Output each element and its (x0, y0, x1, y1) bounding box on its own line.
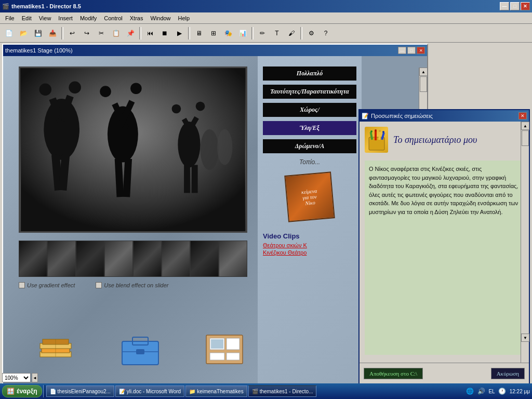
taskbar-language: EL (488, 389, 495, 394)
notes-scroll-down[interactable]: ▼ (521, 334, 529, 342)
nav-xoros[interactable]: Χώρος/ (263, 103, 356, 117)
checkbox-gradient-text: Use gradient effect (27, 282, 75, 288)
video-link-2[interactable]: Κινέζικου Θεάτρο (263, 249, 356, 256)
toolbar-redo[interactable]: ↪ (80, 26, 94, 40)
briefcase-icon[interactable] (119, 330, 161, 369)
toolbar-pencil[interactable]: ✏ (256, 26, 269, 40)
shadow-svg (20, 68, 246, 231)
menu-window[interactable]: Window (147, 14, 174, 22)
taskbar-item-3[interactable]: 📁 keimenaThematikes (185, 385, 247, 397)
toolbar-rewind[interactable]: ⏮ (143, 26, 157, 40)
title-bar-buttons: — □ ✕ (500, 2, 530, 10)
toolbar-prefs[interactable]: ⚙ (304, 26, 318, 40)
start-label: έναρξη (17, 388, 37, 395)
notes-header-title: Το σημειωματάριο μου (393, 135, 477, 145)
toolbar-play[interactable]: ▶ (172, 26, 186, 40)
nav-pollaplo[interactable]: Πολλαπλό (263, 66, 356, 81)
menu-view[interactable]: View (36, 14, 55, 22)
menu-help[interactable]: Help (175, 14, 193, 22)
checkbox-blend[interactable] (96, 282, 102, 288)
menu-xtras[interactable]: Xtras (127, 14, 147, 22)
stage-close-button[interactable]: ✕ (417, 47, 425, 54)
toolbar-sep3 (188, 27, 190, 39)
toolbar-new[interactable]: 📄 (2, 26, 16, 40)
scroll-up-button[interactable]: ▲ (419, 68, 427, 76)
taskbar-item-1[interactable]: 📄 thesisEleniPanagou2... (46, 385, 114, 397)
stage-maximize-button[interactable]: □ (407, 47, 416, 54)
menu-edit[interactable]: Edit (19, 14, 35, 22)
svg-point-1 (44, 99, 79, 160)
taskbar-item-2[interactable]: 📝 yli.doc - Microsoft Word (115, 385, 184, 397)
notes-scroll-up[interactable]: ▲ (521, 122, 529, 130)
film-frame-8 (219, 241, 247, 277)
video-clips-section: Video Clips Θεάτρου σκιών Κ Κινέζικου Θε… (263, 232, 356, 257)
toolbar-import[interactable]: 📥 (46, 26, 59, 40)
toolbar-open[interactable]: 📂 (17, 26, 30, 40)
toolbar-copy[interactable]: 📋 (109, 26, 123, 40)
toolbar-save[interactable]: 💾 (31, 26, 45, 40)
title-bar-left: 🎬 thematikes1 - Director 8.5 (2, 3, 81, 10)
notes-save-button[interactable]: Αποθήκευση στο C:\ (364, 368, 423, 379)
nav-tautotites[interactable]: Ταυτότητες/Παραστατικότητα (263, 85, 356, 99)
svg-point-18 (172, 104, 181, 114)
zoom-select[interactable]: 100% 75% 50% 150% (2, 373, 31, 382)
taskbar-item-4[interactable]: 🎬 thematikes1 - Directo... (248, 385, 317, 397)
toolbar-help[interactable]: ? (319, 26, 332, 40)
menu-insert[interactable]: Insert (55, 14, 76, 22)
taskbar-sep (43, 385, 45, 397)
toolbar-paste[interactable]: 📌 (124, 26, 137, 40)
toolbar-score[interactable]: 📊 (236, 26, 249, 40)
svg-point-22 (201, 129, 219, 170)
nav-yli[interactable]: Ύλη/Εξ (263, 121, 356, 135)
zoom-scroll-left[interactable]: ◄ (32, 373, 38, 382)
notes-close-button[interactable]: ✕ (518, 112, 527, 119)
notes-cancel-button[interactable]: Ακύρωση (491, 368, 525, 379)
notes-title: Προσωπικές σημειώσεις (371, 113, 433, 119)
video-link-1[interactable]: Θεάτρου σκιών Κ (263, 242, 356, 248)
film-frame-5 (133, 241, 162, 277)
maximize-button[interactable]: □ (510, 2, 520, 10)
menu-control[interactable]: Control (101, 14, 125, 22)
toolbar-stage[interactable]: 🖥 (192, 26, 206, 40)
taskbar: 🪟 έναρξη 📄 thesisEleniPanagou2... 📝 yli.… (0, 383, 532, 399)
close-button[interactable]: ✕ (521, 2, 530, 10)
taskbar-label-2: yli.doc - Microsoft Word (127, 389, 181, 394)
menu-file[interactable]: File (2, 14, 18, 22)
start-button[interactable]: 🪟 έναρξη (2, 385, 42, 397)
toolbar-grid[interactable]: ⊞ (207, 26, 220, 40)
toolbar-paint[interactable]: 🖌 (285, 26, 298, 40)
toolbar-undo[interactable]: ↩ (65, 26, 79, 40)
film-frame-1 (19, 241, 47, 277)
svg-point-5 (69, 82, 81, 94)
keimena-book[interactable]: κείμενα για τον Νίκο (284, 171, 335, 222)
nav-dromeno[interactable]: Δρώμενο/Α (263, 139, 356, 153)
minimize-button[interactable]: — (500, 2, 509, 10)
svg-rect-35 (211, 339, 223, 349)
stage-minimize-button[interactable]: — (398, 47, 406, 54)
film-frame-2 (47, 241, 76, 277)
svg-rect-32 (136, 349, 144, 354)
notes-body[interactable]: Ο Νίκος αναφέρεται στις Κινέζικες σκιές,… (365, 161, 524, 355)
toolbar-cut[interactable]: ✂ (95, 26, 108, 40)
svg-rect-21 (192, 165, 198, 193)
scroll-thumb[interactable] (420, 76, 427, 92)
toolbar-text[interactable]: T (270, 26, 284, 40)
photo-area (19, 66, 247, 233)
toolbar-cast[interactable]: 🎭 (221, 26, 235, 40)
book-stack-icon[interactable] (35, 330, 76, 369)
right-panel: Πολλαπλό Ταυτότητες/Παραστατικότητα Χώρο… (258, 56, 362, 385)
toolbar-sep2 (139, 27, 141, 39)
nav-topio[interactable]: Τοπίο... (263, 157, 356, 167)
notes-scrollbar: ▲ ▼ (521, 122, 529, 363)
checkbox-gradient[interactable] (19, 282, 25, 288)
taskbar-label-3: keimenaThematikes (197, 389, 243, 394)
taskbar-network-icon: 🌐 (466, 387, 474, 395)
svg-point-50 (375, 129, 377, 131)
menu-modify[interactable]: Modify (77, 14, 100, 22)
toolbar-stop[interactable]: ⏹ (158, 26, 171, 40)
filmstrip (19, 241, 247, 277)
film-frame-7 (190, 241, 219, 277)
photo-album-icon[interactable] (204, 330, 245, 369)
svg-point-11 (100, 86, 111, 97)
notes-scroll-thumb[interactable] (522, 130, 529, 146)
